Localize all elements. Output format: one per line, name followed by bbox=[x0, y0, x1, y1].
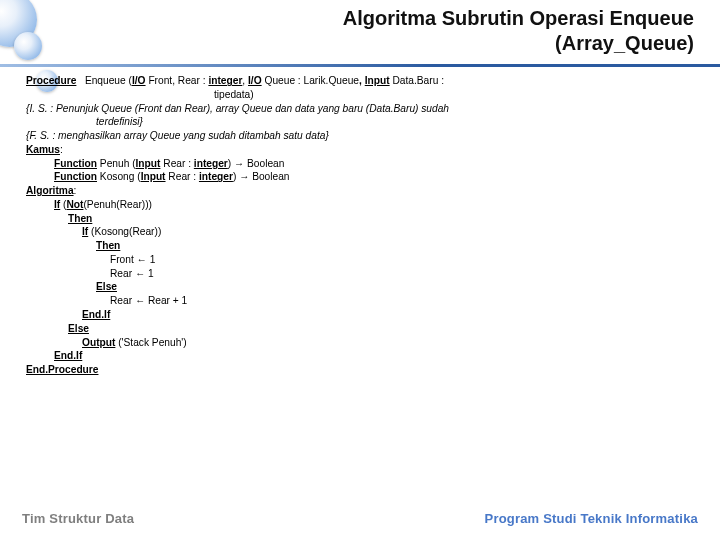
kw-function-1: Function bbox=[54, 158, 97, 169]
kw-else-1: Else bbox=[96, 281, 117, 292]
kw-io-2: I/O bbox=[248, 75, 262, 86]
kw-integer-p1: integer bbox=[194, 158, 228, 169]
kw-output: Output bbox=[82, 337, 115, 348]
footer-right: Program Studi Teknik Informatika bbox=[485, 511, 698, 526]
kw-else-2: Else bbox=[68, 323, 89, 334]
kw-endprocedure: End.Procedure bbox=[26, 364, 98, 375]
kw-input-p2: Input bbox=[141, 171, 166, 182]
is-cont: terdefinisi} bbox=[26, 115, 702, 129]
sig-2: Queue : Larik.Queue bbox=[262, 75, 359, 86]
fn2-ret: ) → Boolean bbox=[233, 171, 290, 182]
sig-1: Front, Rear : bbox=[146, 75, 209, 86]
proc-name-open: Enqueue ( bbox=[79, 75, 132, 86]
fn2-sig: Rear : bbox=[166, 171, 199, 182]
algo-colon: : bbox=[74, 185, 77, 196]
title-line-1: Algoritma Subrutin Operasi Enqueue bbox=[343, 7, 694, 29]
kw-then-2: Then bbox=[96, 240, 120, 251]
is-line: {I. S. : Penunjuk Queue (Front dan Rear)… bbox=[26, 102, 702, 116]
kw-input-p1: Input bbox=[136, 158, 161, 169]
assign-rear-1: Rear ← 1 bbox=[26, 267, 702, 281]
sig-3: Data.Baru : bbox=[390, 75, 444, 86]
kw-then-1: Then bbox=[68, 213, 92, 224]
kw-integer-p2: integer bbox=[199, 171, 233, 182]
pseudocode-block: Procedure Enqueue (I/O Front, Rear : int… bbox=[26, 74, 702, 377]
cond1-b: (Penuh(Rear))) bbox=[83, 199, 152, 210]
kw-endif-1: End.If bbox=[82, 309, 110, 320]
fn1-name: Penuh ( bbox=[97, 158, 136, 169]
fs-line: {F. S. : menghasilkan array Queue yang s… bbox=[26, 129, 702, 143]
kw-kamus: Kamus bbox=[26, 144, 60, 155]
footer-left: Tim Struktur Data bbox=[22, 511, 134, 526]
fn2-name: Kosong ( bbox=[97, 171, 141, 182]
cond2: (Kosong(Rear)) bbox=[88, 226, 161, 237]
kw-endif-2: End.If bbox=[54, 350, 82, 361]
fn1-sig: Rear : bbox=[160, 158, 193, 169]
kw-not: Not bbox=[66, 199, 83, 210]
kw-procedure: Procedure bbox=[26, 75, 76, 86]
assign-front: Front ← 1 bbox=[26, 253, 702, 267]
assign-rear-2: Rear ← Rear + 1 bbox=[26, 294, 702, 308]
fn1-ret: ) → Boolean bbox=[228, 158, 285, 169]
kw-input: Input bbox=[365, 75, 390, 86]
sig-cont: tipedata) bbox=[26, 88, 702, 102]
slide-title: Algoritma Subrutin Operasi Enqueue (Arra… bbox=[0, 6, 720, 56]
kw-function-2: Function bbox=[54, 171, 97, 182]
output-arg: ('Stack Penuh') bbox=[115, 337, 186, 348]
title-line-2: (Array_Queue) bbox=[555, 32, 694, 54]
kw-algoritma: Algoritma bbox=[26, 185, 74, 196]
kw-io-1: I/O bbox=[132, 75, 146, 86]
kw-integer-1: integer bbox=[208, 75, 242, 86]
title-underline bbox=[0, 64, 720, 67]
kamus-colon: : bbox=[60, 144, 63, 155]
